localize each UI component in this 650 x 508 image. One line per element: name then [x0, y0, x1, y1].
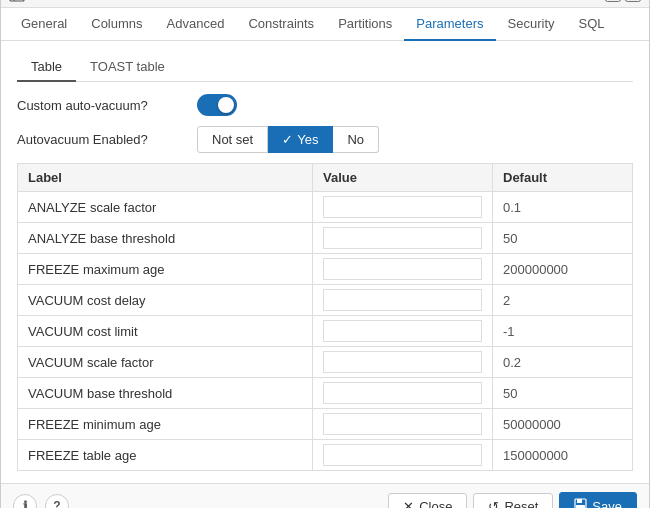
subtab-table[interactable]: Table [17, 53, 76, 82]
row-default: 50000000 [493, 409, 633, 440]
tab-columns[interactable]: Columns [79, 8, 154, 41]
row-value-input[interactable] [323, 320, 482, 342]
svg-rect-0 [10, 0, 24, 1]
autovacuum-btn-group: Not set ✓Yes No [197, 126, 379, 153]
reset-icon: ↺ [488, 499, 499, 509]
table-row: FREEZE minimum age50000000 [18, 409, 633, 440]
tab-general[interactable]: General [9, 8, 79, 41]
custom-autovacuum-label: Custom auto-vacuum? [17, 98, 197, 113]
dialog-title: Create - Table [31, 0, 601, 1]
row-value-input[interactable] [323, 351, 482, 373]
footer: ℹ ? ✕ Close ↺ Reset Save [1, 483, 649, 508]
tab-advanced[interactable]: Advanced [155, 8, 237, 41]
row-value-cell [313, 347, 493, 378]
row-value-input[interactable] [323, 413, 482, 435]
table-row: VACUUM scale factor0.2 [18, 347, 633, 378]
info-button[interactable]: ℹ [13, 494, 37, 508]
row-label: ANALYZE scale factor [18, 192, 313, 223]
row-default: 0.2 [493, 347, 633, 378]
row-value-cell [313, 223, 493, 254]
parameters-table: Label Value Default ANALYZE scale factor… [17, 163, 633, 471]
svg-rect-4 [577, 499, 582, 503]
expand-button[interactable]: ⤢ [605, 0, 621, 2]
row-value-cell [313, 254, 493, 285]
footer-right: ✕ Close ↺ Reset Save [388, 492, 637, 508]
row-value-input[interactable] [323, 196, 482, 218]
row-label: FREEZE table age [18, 440, 313, 471]
row-value-input[interactable] [323, 258, 482, 280]
row-label: VACUUM cost limit [18, 316, 313, 347]
table-row: ANALYZE scale factor0.1 [18, 192, 633, 223]
tab-security[interactable]: Security [496, 8, 567, 41]
table-row: VACUUM base threshold50 [18, 378, 633, 409]
create-table-dialog: Create - Table ⤢ ✕ General Columns Advan… [0, 0, 650, 508]
content-area: Table TOAST table Custom auto-vacuum? Au… [1, 41, 649, 483]
row-label: ANALYZE base threshold [18, 223, 313, 254]
table-row: FREEZE table age150000000 [18, 440, 633, 471]
row-value-cell [313, 316, 493, 347]
autovacuum-enabled-label: Autovacuum Enabled? [17, 132, 197, 147]
row-default: 150000000 [493, 440, 633, 471]
row-value-input[interactable] [323, 382, 482, 404]
save-button[interactable]: Save [559, 492, 637, 508]
row-label: FREEZE maximum age [18, 254, 313, 285]
btn-yes[interactable]: ✓Yes [268, 126, 333, 153]
close-button[interactable]: ✕ Close [388, 493, 467, 509]
row-label: VACUUM cost delay [18, 285, 313, 316]
row-value-input[interactable] [323, 289, 482, 311]
tab-partitions[interactable]: Partitions [326, 8, 404, 41]
row-label: VACUUM base threshold [18, 378, 313, 409]
row-default: -1 [493, 316, 633, 347]
table-row: VACUUM cost delay2 [18, 285, 633, 316]
table-icon [9, 0, 25, 2]
row-default: 50 [493, 378, 633, 409]
row-value-cell [313, 440, 493, 471]
col-default: Default [493, 164, 633, 192]
btn-not-set[interactable]: Not set [197, 126, 268, 153]
table-header-row: Label Value Default [18, 164, 633, 192]
help-button[interactable]: ? [45, 494, 69, 508]
subtab-toast[interactable]: TOAST table [76, 53, 179, 82]
row-value-cell [313, 409, 493, 440]
titlebar: Create - Table ⤢ ✕ [1, 0, 649, 8]
save-icon [574, 498, 587, 508]
row-default: 200000000 [493, 254, 633, 285]
col-value: Value [313, 164, 493, 192]
row-default: 50 [493, 223, 633, 254]
custom-autovacuum-row: Custom auto-vacuum? [17, 94, 633, 116]
sub-tabs: Table TOAST table [17, 53, 633, 82]
nav-tabs: General Columns Advanced Constraints Par… [1, 8, 649, 41]
row-default: 2 [493, 285, 633, 316]
reset-button[interactable]: ↺ Reset [473, 493, 553, 509]
close-icon: ✕ [403, 499, 414, 509]
row-value-cell [313, 378, 493, 409]
table-row: FREEZE maximum age200000000 [18, 254, 633, 285]
row-value-cell [313, 192, 493, 223]
row-default: 0.1 [493, 192, 633, 223]
table-row: VACUUM cost limit-1 [18, 316, 633, 347]
row-value-cell [313, 285, 493, 316]
row-label: FREEZE minimum age [18, 409, 313, 440]
check-icon: ✓ [282, 132, 293, 147]
footer-left: ℹ ? [13, 494, 69, 508]
col-label: Label [18, 164, 313, 192]
custom-autovacuum-toggle[interactable] [197, 94, 237, 116]
tab-parameters[interactable]: Parameters [404, 8, 495, 41]
btn-no[interactable]: No [333, 126, 379, 153]
table-row: ANALYZE base threshold50 [18, 223, 633, 254]
autovacuum-enabled-row: Autovacuum Enabled? Not set ✓Yes No [17, 126, 633, 153]
row-label: VACUUM scale factor [18, 347, 313, 378]
row-value-input[interactable] [323, 444, 482, 466]
close-titlebar-button[interactable]: ✕ [625, 0, 641, 2]
row-value-input[interactable] [323, 227, 482, 249]
tab-sql[interactable]: SQL [567, 8, 617, 41]
tab-constraints[interactable]: Constraints [236, 8, 326, 41]
